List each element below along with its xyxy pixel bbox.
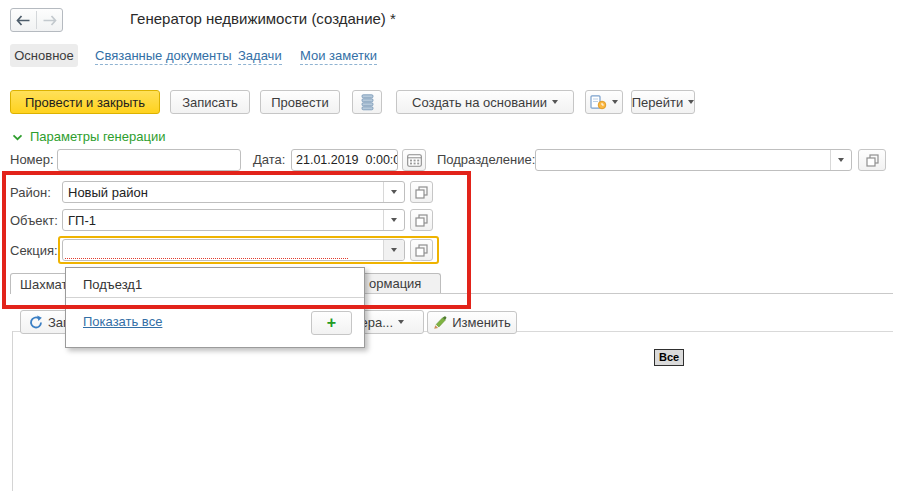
section-dropdown-popup: Подъезд1 Показать все +: [65, 267, 365, 348]
pencil-icon: [433, 316, 447, 330]
document-clock-icon: [590, 95, 607, 110]
district-value: Новый район: [68, 185, 148, 200]
object-open-button[interactable]: [410, 209, 433, 231]
edit-label: Изменить: [452, 315, 511, 330]
register-records-button[interactable]: [352, 90, 382, 114]
post-button[interactable]: Провести: [260, 90, 340, 114]
calendar-button[interactable]: [402, 149, 426, 171]
refresh-arrow-icon: [29, 315, 43, 329]
triangle-down-icon: [838, 158, 844, 162]
popup-list-item[interactable]: Подъезд1: [83, 277, 142, 292]
object-value: ГП-1: [68, 213, 96, 228]
window: Генератор недвижимости (создание) * Осно…: [0, 0, 900, 492]
register-records-icon: [361, 94, 374, 111]
object-combo[interactable]: ГП-1: [62, 209, 405, 231]
open-window-icon: [415, 214, 428, 227]
post-label: Провести: [271, 95, 329, 110]
create-based-on-button[interactable]: Создать на основании: [396, 90, 574, 114]
department-dropdown-arrow[interactable]: [830, 150, 851, 170]
link-tasks[interactable]: Задачи: [238, 48, 282, 65]
popup-divider: [66, 297, 364, 298]
section-open-button[interactable]: [410, 239, 433, 261]
date-input[interactable]: 21.01.2019 0:00:00: [291, 149, 398, 171]
department-open-button[interactable]: [858, 149, 886, 171]
chevron-down-icon: [688, 100, 694, 104]
district-label: Район:: [10, 185, 51, 200]
post-and-close-button[interactable]: Провести и закрыть: [10, 90, 160, 114]
open-window-icon: [415, 186, 428, 199]
district-dropdown-arrow[interactable]: [383, 182, 404, 202]
plus-icon: +: [327, 315, 336, 331]
table-left-border: [12, 331, 13, 491]
history-nav-group: [10, 8, 63, 32]
write-button[interactable]: Записать: [170, 90, 250, 114]
back-button[interactable]: [11, 9, 36, 31]
triangle-down-icon: [391, 190, 397, 194]
open-window-icon: [866, 154, 879, 167]
go-to-button[interactable]: Перейти: [631, 90, 695, 114]
section-field-label: Секция:: [10, 243, 58, 258]
chevron-down-icon: [398, 320, 404, 324]
chevron-down-icon: [612, 100, 618, 104]
arrow-left-icon: [16, 15, 31, 26]
write-label: Записать: [182, 95, 238, 110]
triangle-down-icon: [391, 218, 397, 222]
date-value: 21.01.2019 0:00:00: [296, 153, 398, 167]
calendar-icon: [407, 153, 422, 167]
vse-badge: Все: [654, 349, 684, 366]
object-dropdown-arrow[interactable]: [383, 210, 404, 230]
add-button[interactable]: +: [311, 311, 352, 335]
section-dropdown-arrow[interactable]: [383, 240, 404, 260]
district-combo[interactable]: Новый район: [62, 181, 405, 203]
group-collapse-toggle[interactable]: [12, 134, 23, 141]
triangle-down-icon: [391, 248, 397, 252]
open-window-icon: [415, 244, 428, 257]
show-all-link[interactable]: Показать все: [83, 314, 162, 329]
required-field-marker: [65, 258, 348, 259]
object-label: Объект:: [10, 213, 58, 228]
tab-info[interactable]: ормация: [356, 273, 441, 293]
district-open-button[interactable]: [410, 181, 433, 203]
tab-main[interactable]: Основное: [10, 44, 78, 67]
edit-button[interactable]: Изменить: [427, 311, 517, 334]
number-label: Номер:: [10, 152, 54, 167]
department-combo[interactable]: [535, 149, 852, 171]
department-label: Подразделение:: [437, 152, 535, 167]
forward-button[interactable]: [37, 9, 62, 31]
document-history-button[interactable]: [585, 90, 623, 114]
link-related-documents[interactable]: Связанные документы: [95, 48, 232, 65]
number-input[interactable]: [57, 149, 241, 171]
date-label: Дата:: [253, 152, 285, 167]
green-chevron-down-icon: [12, 134, 23, 141]
chevron-down-icon: [552, 100, 558, 104]
link-my-notes[interactable]: Мои заметки: [300, 48, 377, 65]
arrow-right-icon: [42, 15, 57, 26]
tab-info-label: ормация: [369, 276, 421, 291]
go-to-label: Перейти: [632, 95, 684, 110]
post-and-close-label: Провести и закрыть: [25, 95, 145, 110]
page-title: Генератор недвижимости (создание) *: [130, 10, 396, 27]
create-based-on-label: Создать на основании: [412, 95, 547, 110]
group-title[interactable]: Параметры генерации: [30, 129, 165, 144]
